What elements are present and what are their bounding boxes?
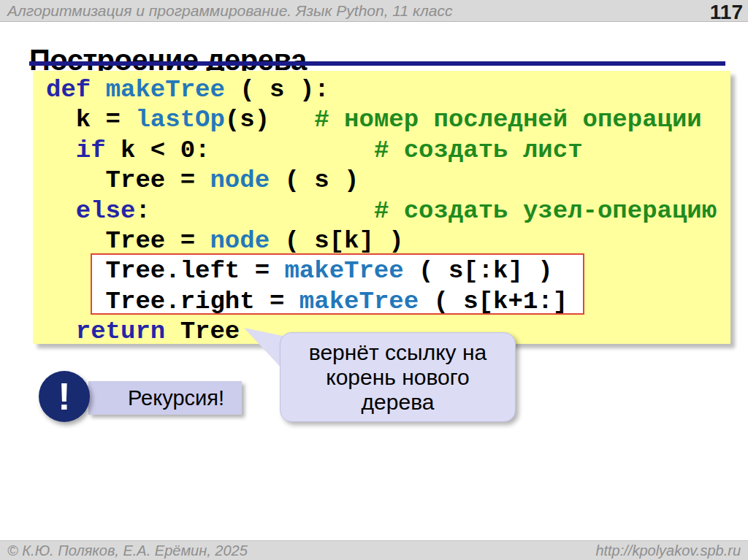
code-block: def makeTree ( s ): k = lastOp(s) # номе… (33, 71, 730, 344)
code-line: Tree = node ( s ) (46, 166, 730, 196)
code-line: if k < 0: # создать лист (46, 136, 730, 166)
top-bar: Алгоритмизация и программирование. Язык … (0, 0, 748, 22)
code-line: def makeTree ( s ): (46, 75, 730, 105)
exclamation-glyph: ! (58, 377, 70, 415)
code-line: Tree.left = makeTree ( s[:k] ) (46, 256, 730, 286)
title-underline (29, 61, 725, 66)
code-listing: def makeTree ( s ): k = lastOp(s) # номе… (33, 71, 730, 348)
site-url-link[interactable]: http://kpolyakov.spb.ru (595, 542, 741, 559)
presentation-slide: Алгоритмизация и программирование. Язык … (0, 0, 748, 560)
page-number: 117 (710, 1, 743, 24)
course-title: Алгоритмизация и программирование. Язык … (7, 2, 452, 20)
recursion-label: Рекурсия! (88, 381, 242, 415)
code-line: k = lastOp(s) # номер последней операции (46, 105, 730, 135)
code-line: Tree = node ( s[k] ) (46, 226, 730, 256)
copyright-text: © К.Ю. Поляков, Е.А. Ерёмин, 2025 (7, 542, 248, 559)
code-line: else: # создать узел-операцию (46, 196, 730, 226)
bottom-bar: © К.Ю. Поляков, Е.А. Ерёмин, 2025 http:/… (0, 540, 748, 560)
exclamation-icon: ! (39, 371, 90, 422)
callout-bubble: вернёт ссылку накорень новогодерева (280, 332, 516, 422)
code-line: Tree.right = makeTree ( s[k+1:] (46, 287, 730, 317)
